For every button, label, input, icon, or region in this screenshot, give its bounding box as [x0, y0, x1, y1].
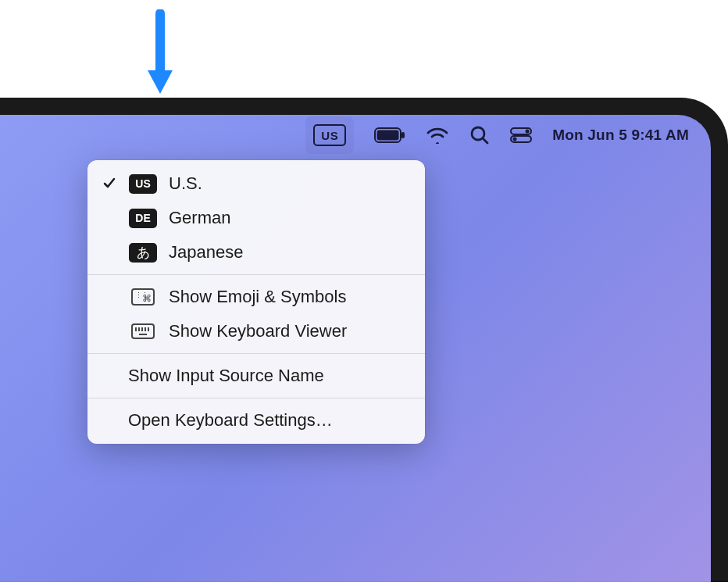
menu-item-label: Show Keyboard Viewer [169, 321, 409, 341]
spotlight-search-icon[interactable] [469, 121, 490, 149]
device-bezel: US [0, 98, 728, 582]
input-source-badge: US [313, 124, 346, 146]
menu-separator [87, 398, 425, 398]
checkmark-icon [102, 177, 117, 191]
show-input-source-name-item[interactable]: Show Input Source Name [87, 359, 425, 393]
menu-separator [87, 353, 425, 354]
emoji-symbols-icon [128, 288, 158, 306]
menu-item-label: Japanese [169, 242, 409, 263]
input-source-item-us[interactable]: US U.S. [87, 166, 425, 201]
menu-item-label: Show Input Source Name [128, 366, 409, 386]
menubar: US [0, 115, 711, 155]
show-keyboard-viewer-item[interactable]: Show Keyboard Viewer [87, 314, 425, 348]
menu-item-label: Show Emoji & Symbols [169, 287, 409, 307]
wifi-status-icon[interactable] [426, 121, 449, 149]
callout-arrow [145, 9, 176, 95]
svg-line-6 [483, 138, 487, 143]
menubar-clock[interactable]: Mon Jun 5 9:41 AM [552, 121, 689, 149]
menu-item-label: U.S. [169, 173, 409, 194]
jp-lang-badge: あ [128, 243, 158, 263]
menu-item-label: German [169, 208, 409, 228]
input-source-menu-button[interactable]: US [305, 116, 354, 154]
de-lang-badge: DE [128, 209, 158, 228]
control-center-icon[interactable] [510, 121, 532, 149]
keyboard-viewer-icon [128, 323, 158, 339]
show-emoji-symbols-item[interactable]: Show Emoji & Symbols [87, 280, 425, 314]
menu-separator [87, 274, 425, 275]
input-source-item-japanese[interactable]: あ Japanese [87, 235, 425, 270]
input-source-item-german[interactable]: DE German [87, 201, 425, 235]
menu-item-label: Open Keyboard Settings… [128, 410, 409, 431]
svg-rect-3 [377, 130, 399, 141]
svg-point-8 [526, 130, 530, 134]
svg-rect-4 [401, 132, 405, 138]
svg-marker-1 [148, 70, 173, 94]
input-source-dropdown: US U.S. DE German あ Japanese [87, 160, 425, 444]
battery-status-icon[interactable] [374, 121, 405, 149]
desktop-screen: US [0, 115, 711, 582]
open-keyboard-settings-item[interactable]: Open Keyboard Settings… [87, 403, 425, 438]
us-lang-badge: US [128, 174, 158, 194]
svg-point-10 [513, 138, 517, 141]
